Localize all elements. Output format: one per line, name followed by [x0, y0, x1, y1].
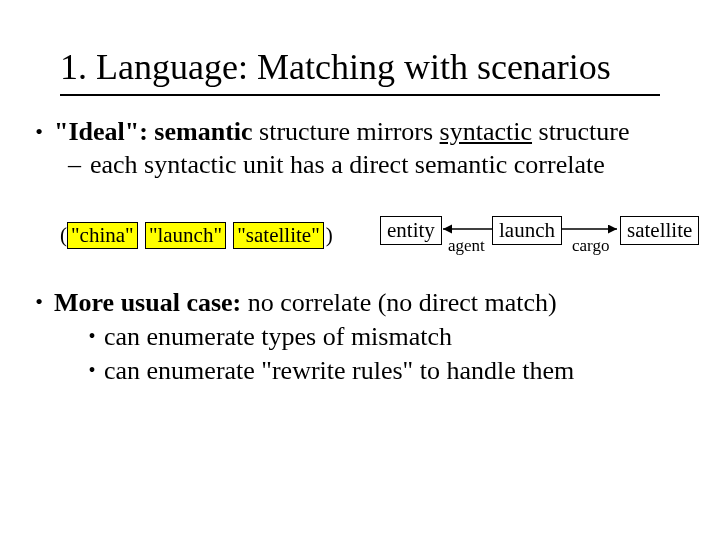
bullet-1-text: "Ideal": semantic structure mirrors synt…: [54, 116, 696, 149]
bullet-1-sub: – each syntactic unit has a direct seman…: [68, 149, 696, 182]
bullet-1-mid: structure mirrors: [253, 117, 440, 146]
box-launch: launch: [492, 216, 562, 245]
bullet-2-bold: More usual case:: [54, 288, 241, 317]
bullet-2-sub-1-text: can enumerate types of mismatch: [104, 320, 452, 354]
bullet-dot-icon: •: [80, 320, 104, 352]
dash-icon: –: [68, 149, 90, 182]
example-row: ("china" "launch" "satellite") entity ag…: [60, 214, 700, 264]
bullet-dot-icon: •: [24, 116, 54, 148]
paren-close: ): [326, 223, 333, 247]
bullet-2: • More usual case: no correlate (no dire…: [24, 286, 696, 320]
bullet-1-sub-text: each syntactic unit has a direct semanti…: [90, 149, 605, 182]
body-lower: • More usual case: no correlate (no dire…: [24, 286, 696, 387]
bullet-2-sub-1: • can enumerate types of mismatch: [80, 320, 696, 354]
token-launch: "launch": [145, 222, 226, 249]
slide: 1. Language: Matching with scenarios • "…: [0, 0, 720, 540]
bullet-dot-icon: •: [80, 354, 104, 386]
bullet-dot-icon: •: [24, 286, 54, 318]
bullet-1-suffix: structure: [532, 117, 629, 146]
slide-title: 1. Language: Matching with scenarios: [60, 48, 680, 88]
token-china: "china": [67, 222, 138, 249]
bullet-2-rest: no correlate (no direct match): [241, 288, 556, 317]
semantic-diagram: entity agent launch cargo satellite: [380, 214, 700, 264]
paren-open: (: [60, 223, 67, 247]
bullet-2-sub-2: • can enumerate "rewrite rules" to handl…: [80, 354, 696, 388]
box-entity: entity: [380, 216, 442, 245]
role-cargo: cargo: [572, 236, 609, 256]
bullet-2-sub-2-text: can enumerate "rewrite rules" to handle …: [104, 354, 574, 388]
box-satellite: satellite: [620, 216, 699, 245]
token-satellite: "satellite": [233, 222, 323, 249]
example-tokens: ("china" "launch" "satellite"): [60, 222, 333, 249]
bullet-1-underline: syntactic: [440, 117, 532, 146]
role-agent: agent: [448, 236, 485, 256]
title-underline: [60, 94, 660, 96]
body-top: • "Ideal": semantic structure mirrors sy…: [24, 116, 696, 181]
bullet-2-text: More usual case: no correlate (no direct…: [54, 286, 696, 320]
bullet-1: • "Ideal": semantic structure mirrors sy…: [24, 116, 696, 149]
bullet-1-bold: "Ideal": semantic: [54, 117, 253, 146]
